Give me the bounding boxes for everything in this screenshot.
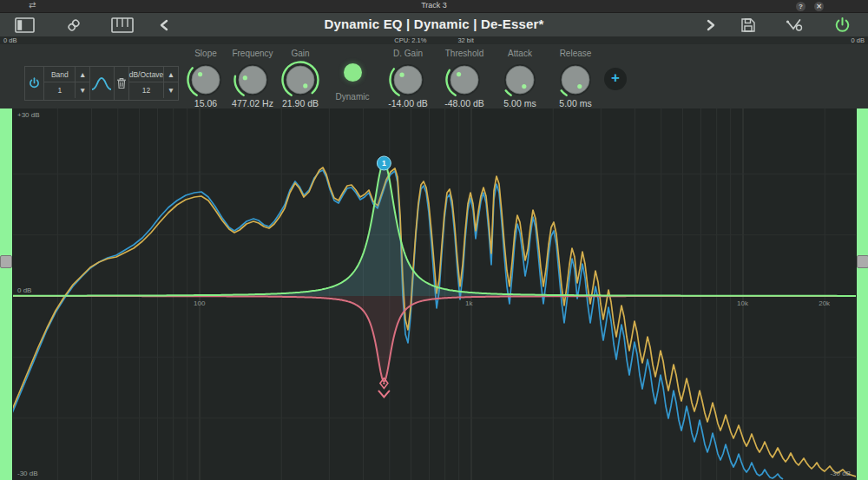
freq-tick-20k: 20k	[819, 299, 830, 307]
band-up-button[interactable]: ▲	[76, 67, 89, 82]
help-icon[interactable]: ?	[796, 2, 806, 11]
knob-release-dial[interactable]	[556, 60, 595, 100]
eq-graph[interactable]: 1	[12, 108, 856, 480]
plugin-window: ⇄ Track 3 ? ✕	[0, 0, 868, 480]
band-cluster: Band ▲ 1 ▼ dB/Octave	[24, 66, 179, 101]
knob-frequency-value[interactable]: 477.02 Hz	[232, 98, 273, 108]
db-label-bottom: -30 dB	[17, 470, 38, 477]
knob-threshold-value[interactable]: -48.00 dB	[444, 98, 484, 108]
band-label: Band	[44, 67, 76, 82]
track-title: Track 3	[0, 1, 868, 10]
save-icon[interactable]	[737, 16, 760, 33]
knob-gain[interactable]: Gain21.90 dB	[270, 49, 331, 108]
knob-d-gain-label: D. Gain	[393, 49, 423, 60]
dyn-band-fill	[12, 296, 856, 381]
knob-slope-dial[interactable]	[186, 60, 226, 100]
band-node-number: 1	[382, 159, 386, 168]
knob-attack[interactable]: Attack5.00 ms	[490, 49, 550, 108]
knob-frequency-dial[interactable]	[233, 60, 273, 100]
bit-depth: 32 bit	[457, 36, 473, 44]
knob-attack-dial[interactable]	[500, 60, 540, 100]
knob-frequency-label: Frequency	[232, 49, 273, 60]
titlebar: ⇄ Track 3 ? ✕	[0, 0, 868, 13]
cpu-readout: CPU: 2.1%32 bit	[0, 36, 868, 44]
knob-slope-value[interactable]: 15.06	[194, 98, 217, 108]
db-label-bottom-right: -30 dB	[830, 470, 851, 477]
db-label-zero: 0 dB	[17, 286, 31, 294]
db-label-top: +30 dB	[17, 111, 40, 119]
octave-label: dB/Octave	[129, 67, 164, 82]
knob-release[interactable]: Release5.00 ms	[545, 49, 606, 108]
dynamic-indicator[interactable]: Dynamic	[326, 63, 378, 102]
dynamic-node-chevron-icon	[378, 391, 389, 397]
right-meter-label: 0 dB	[852, 36, 865, 44]
meter-scale-strip: 0 dB CPU: 2.1%32 bit 0 dB	[0, 36, 868, 44]
knob-gain-label: Gain	[291, 49, 309, 60]
filter-shape-button[interactable]	[90, 67, 114, 100]
knob-threshold-dial[interactable]	[444, 60, 484, 100]
power-icon[interactable]	[831, 16, 853, 33]
knob-gain-value[interactable]: 21.90 dB	[282, 98, 319, 108]
knob-gain-dial[interactable]	[280, 60, 320, 100]
knob-threshold[interactable]: Threshold-48.00 dB	[434, 49, 495, 108]
header: Dynamic EQ | Dynamic | De-Esser*	[0, 13, 868, 36]
freq-tick-1k: 1k	[465, 299, 472, 307]
spectrum-post-curve	[12, 168, 856, 477]
automation-icon[interactable]	[783, 16, 806, 33]
cpu-value: CPU: 2.1%	[394, 36, 426, 44]
close-icon[interactable]: ✕	[814, 2, 824, 11]
add-band-button[interactable]: +	[604, 68, 627, 90]
band-down-button[interactable]: ▼	[76, 82, 89, 98]
dynamic-label: Dynamic	[326, 92, 378, 102]
delete-band-button[interactable]	[115, 67, 129, 100]
input-meter-handle[interactable]	[0, 255, 12, 268]
freq-tick-10k: 10k	[737, 299, 748, 307]
freq-tick-100: 100	[194, 299, 205, 307]
knob-d-gain-value[interactable]: -14.00 dB	[388, 98, 428, 108]
knob-attack-label: Attack	[508, 49, 532, 60]
knob-d-gain-dial[interactable]	[388, 60, 428, 100]
knob-d-gain[interactable]: D. Gain-14.00 dB	[378, 49, 438, 108]
dynamic-gain-curve	[12, 296, 856, 381]
knob-release-label: Release	[560, 49, 592, 60]
control-panel: Band ▲ 1 ▼ dB/Octave	[0, 44, 868, 108]
octave-selector: dB/Octave ▲ 12 ▼	[129, 67, 178, 100]
band-power-button[interactable]	[25, 67, 44, 100]
forward-chevron-icon[interactable]	[700, 16, 722, 33]
knob-release-value[interactable]: 5.00 ms	[559, 98, 591, 108]
knob-threshold-label: Threshold	[445, 49, 483, 60]
dynamic-led[interactable]	[344, 63, 362, 82]
band-value[interactable]: 1	[44, 82, 76, 98]
input-meter[interactable]	[0, 108, 13, 480]
knob-attack-value[interactable]: 5.00 ms	[503, 98, 536, 108]
output-meter[interactable]	[856, 108, 868, 480]
knob-slope-label: Slope	[194, 49, 217, 60]
octave-value[interactable]: 12	[129, 82, 164, 98]
band-selector: Band ▲ 1 ▼	[44, 67, 90, 100]
output-meter-handle[interactable]	[857, 255, 868, 268]
